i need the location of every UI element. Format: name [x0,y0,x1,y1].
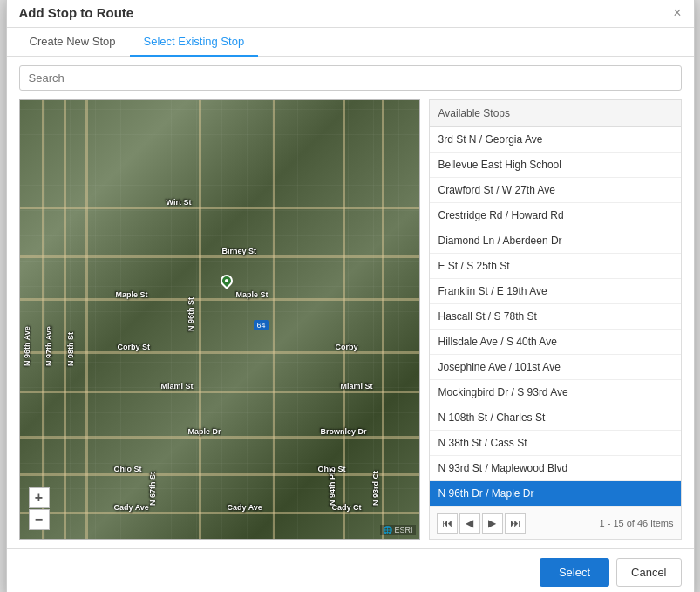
stop-item[interactable]: N 96th Dr / Maple Dr [430,481,681,507]
street-n97ave: N 97th Ave [44,326,53,366]
stop-item[interactable]: N 38th St / Cass St [430,431,681,456]
modal-close-button[interactable]: × [673,6,681,20]
stops-panel: Available Stops 3rd St N / Georgia AveBe… [429,99,682,540]
modal-footer: Select Cancel [7,548,694,592]
road-v4 [199,100,201,539]
modal-title: Add Stop to Route [19,5,134,20]
select-button[interactable]: Select [540,558,609,587]
stop-item[interactable]: Franklin St / E 19th Ave [430,279,681,304]
road-birney [20,255,419,258]
zoom-out-button[interactable]: − [29,509,50,530]
stop-item[interactable]: Bellevue East High School [430,153,681,178]
prev-page-button[interactable]: ◀ [459,513,480,534]
tab-select-existing[interactable]: Select Existing Stop [130,28,259,57]
road-v1 [42,100,44,539]
stops-list[interactable]: 3rd St N / Georgia AveBellevue East High… [430,127,681,507]
stop-item[interactable]: Crawford St / W 27th Ave [430,178,681,203]
search-bar [19,65,682,91]
next-page-button[interactable]: ▶ [482,513,503,534]
street-wirt: Wirt St [167,198,192,207]
street-miami1: Miami St [161,382,194,391]
street-n67st: N 67th St [148,472,157,506]
road-v3 [85,100,88,539]
stop-item[interactable]: E St / S 25th St [430,254,681,279]
stops-footer: ⏮ ◀ ▶ ⏭ 1 - 15 of 46 items [430,507,681,539]
tab-create-new[interactable]: Create New Stop [16,28,130,57]
street-corby1: Corby St [118,343,151,351]
stop-item[interactable]: N 108th St / Charles St [430,405,681,431]
road-miami [20,391,419,393]
map-marker [218,272,235,289]
road-ohio [20,473,419,476]
modal: Add Stop to Route × Create New Stop Sele… [6,0,695,592]
map-controls: + − [29,487,50,530]
road-v7 [382,100,384,539]
road-v5 [273,100,275,539]
stop-item[interactable]: Diamond Ln / Aberdeen Dr [430,228,681,254]
road-maple [20,298,419,301]
road-v6 [343,100,345,539]
street-ohio1: Ohio St [114,465,142,473]
stop-item[interactable]: Hascall St / S 78th St [430,304,681,330]
cancel-button[interactable]: Cancel [616,558,681,587]
street-corby2: Corby [336,343,358,351]
stop-item[interactable]: N 93rd St / Maplewood Blvd [430,456,681,481]
last-page-button[interactable]: ⏭ [505,513,526,534]
map-bg: Wirt St Birney St Maple St Maple St Corb… [20,100,419,539]
street-n96ave: N 96th Ave [23,326,31,366]
pagination-info: 1 - 15 of 46 items [600,518,674,528]
route-badge: 64 [254,320,269,330]
road-v2 [64,100,66,539]
modal-header: Add Stop to Route × [7,0,694,28]
street-miami2: Miami St [341,382,373,391]
zoom-in-button[interactable]: + [29,487,50,508]
street-cadyct: Cady Ct [332,503,362,512]
stop-item[interactable]: Josephine Ave / 101st Ave [430,355,681,380]
street-cady2: Cady Ave [228,503,262,512]
first-page-button[interactable]: ⏮ [437,513,458,534]
stops-panel-header: Available Stops [430,100,681,127]
stop-item[interactable]: Crestridge Rd / Howard Rd [430,203,681,228]
road-cady [20,512,419,514]
search-input[interactable] [19,65,682,91]
stop-item[interactable]: Mockingbird Dr / S 93rd Ave [430,380,681,405]
modal-body: Wirt St Birney St Maple St Maple St Corb… [7,57,694,548]
road-corby [20,351,419,354]
street-n98st: N 98th St [66,332,75,366]
street-n96st: N 96th St [187,297,195,331]
stop-item[interactable]: Hillsdale Ave / S 40th Ave [430,330,681,355]
stop-item[interactable]: 3rd St N / Georgia Ave [430,127,681,153]
street-mapledr: Maple Dr [188,427,221,436]
road-mapledr [20,436,419,439]
road-wirt [20,207,419,209]
map-container[interactable]: Wirt St Birney St Maple St Maple St Corb… [19,99,420,540]
esri-badge: 🌐 ESRI [380,525,416,535]
content-area: Wirt St Birney St Maple St Maple St Corb… [19,99,682,540]
street-cady1: Cady Ave [114,503,149,512]
pagination-buttons: ⏮ ◀ ▶ ⏭ [437,513,526,534]
tab-bar: Create New Stop Select Existing Stop [7,28,694,57]
street-birney: Birney St [222,247,257,255]
